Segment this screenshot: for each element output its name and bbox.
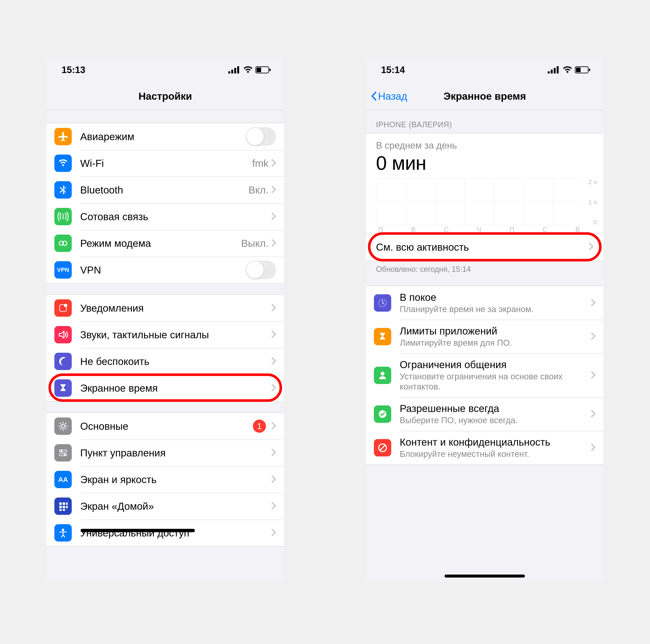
y-tick: 2 ч bbox=[582, 178, 597, 186]
chevron-right-icon bbox=[271, 185, 276, 195]
svg-point-15 bbox=[64, 454, 66, 455]
vpn-icon: VPN bbox=[55, 261, 72, 279]
average-value: 0 мин bbox=[376, 152, 593, 174]
cell-label: Основные bbox=[80, 420, 253, 432]
airplane-toggle[interactable] bbox=[246, 127, 276, 146]
config-sub: Блокируйте неуместный контент. bbox=[400, 449, 590, 459]
config-sub: Выберите ПО, нужное всегда. bbox=[400, 415, 590, 425]
chevron-right-icon bbox=[271, 421, 276, 431]
chevron-right-icon bbox=[271, 159, 276, 168]
row-wifi[interactable]: Wi-Fi fmk bbox=[47, 150, 284, 176]
svg-rect-17 bbox=[63, 502, 65, 505]
cell-label: Экран «Домой» bbox=[80, 501, 271, 512]
device-header: IPHONE (ВАЛЕРИЯ) bbox=[366, 110, 603, 133]
row-downtime[interactable]: В покое Планируйте время не за экраном. bbox=[366, 286, 603, 320]
nav-bar: Настройки bbox=[47, 82, 284, 110]
chevron-right-icon bbox=[271, 528, 276, 538]
settings-group-connectivity: Авиарежим Wi-Fi fmk Bluetooth Вкл. Сотов… bbox=[47, 123, 284, 284]
cell-label: Пункт управления bbox=[80, 447, 271, 459]
row-bluetooth[interactable]: Bluetooth Вкл. bbox=[47, 176, 284, 203]
status-time: 15:14 bbox=[381, 65, 405, 75]
row-notifications[interactable]: Уведомления bbox=[47, 295, 284, 321]
cell-label: Bluetooth bbox=[80, 184, 248, 196]
row-content-privacy[interactable]: Контент и конфиденциальность Блокируйте … bbox=[366, 431, 603, 465]
svg-rect-30 bbox=[576, 68, 581, 72]
vpn-toggle[interactable] bbox=[246, 261, 276, 279]
row-airplane[interactable]: Авиарежим bbox=[47, 123, 284, 150]
airplane-icon bbox=[55, 128, 72, 145]
day-label: В bbox=[411, 226, 416, 234]
see-all-activity-button[interactable]: См. всю активность bbox=[366, 234, 603, 260]
cell-label: Экран и яркость bbox=[80, 474, 271, 485]
row-always-allowed[interactable]: Разрешенные всегда Выберите ПО, нужное в… bbox=[366, 397, 603, 431]
config-title: Лимиты приложений bbox=[400, 325, 590, 337]
y-tick: 1 ч bbox=[582, 199, 597, 206]
notifications-icon bbox=[55, 299, 72, 317]
svg-rect-25 bbox=[548, 71, 550, 73]
cell-label: Экранное время bbox=[80, 382, 271, 394]
back-button[interactable]: Назад bbox=[370, 91, 407, 102]
average-label: В среднем за день bbox=[376, 140, 593, 151]
chevron-right-icon bbox=[590, 371, 595, 380]
control-center-icon bbox=[55, 444, 72, 462]
row-hotspot[interactable]: Режим модема Выкл. bbox=[47, 230, 284, 257]
chevron-right-icon bbox=[590, 332, 595, 341]
chart-y-axis: 2 ч 1 ч 0 bbox=[582, 178, 597, 234]
row-screentime[interactable]: Экранное время bbox=[47, 375, 284, 401]
nav-title: Настройки bbox=[138, 91, 192, 102]
svg-rect-18 bbox=[66, 502, 68, 505]
sounds-icon bbox=[55, 326, 72, 343]
svg-rect-12 bbox=[59, 450, 67, 452]
screentime-config-group: В покое Планируйте время не за экраном. … bbox=[366, 285, 603, 465]
day-label: С bbox=[543, 226, 547, 234]
status-time: 15:13 bbox=[62, 65, 85, 75]
status-indicators bbox=[548, 66, 590, 74]
status-bar: 15:14 bbox=[366, 57, 603, 82]
config-title: В покое bbox=[400, 292, 590, 303]
svg-rect-26 bbox=[551, 70, 553, 73]
config-title: Контент и конфиденциальность bbox=[400, 436, 590, 448]
activity-label: См. всю активность bbox=[376, 241, 588, 253]
chevron-right-icon bbox=[271, 475, 276, 484]
home-indicator-overlap bbox=[81, 529, 195, 532]
cell-label: Сотовая связь bbox=[80, 211, 271, 223]
settings-group-notifications: Уведомления Звуки, тактильные сигналы Не… bbox=[47, 294, 284, 402]
settings-screen: 15:13 Настройки Авиарежим Wi-Fi fmk Blue… bbox=[47, 57, 284, 582]
svg-rect-27 bbox=[554, 68, 556, 73]
cell-label: Звуки, тактильные сигналы bbox=[80, 329, 271, 341]
svg-point-24 bbox=[62, 529, 64, 531]
row-vpn[interactable]: VPN VPN bbox=[47, 257, 284, 283]
chevron-right-icon bbox=[271, 330, 276, 339]
row-app-limits[interactable]: Лимиты приложений Лимитируйте время для … bbox=[366, 320, 603, 353]
svg-rect-31 bbox=[589, 69, 590, 71]
wifi-tile-icon bbox=[55, 155, 72, 172]
hotspot-icon bbox=[55, 235, 72, 252]
row-display[interactable]: AA Экран и яркость bbox=[47, 466, 284, 493]
svg-rect-14 bbox=[59, 454, 67, 456]
row-dnd[interactable]: Не беспокоить bbox=[47, 348, 284, 375]
average-section: В среднем за день 0 мин bbox=[366, 133, 603, 176]
gear-icon bbox=[55, 417, 72, 435]
accessibility-icon bbox=[55, 524, 72, 542]
row-cellular[interactable]: Сотовая связь bbox=[47, 203, 284, 230]
config-title: Разрешенные всегда bbox=[400, 403, 590, 414]
chevron-right-icon bbox=[590, 298, 595, 308]
row-accessibility[interactable]: Универсальный доступ bbox=[47, 519, 284, 546]
day-label: С bbox=[444, 226, 448, 234]
day-label: Ч bbox=[477, 226, 481, 234]
row-control-center[interactable]: Пункт управления bbox=[47, 440, 284, 466]
row-general[interactable]: Основные 1 bbox=[47, 413, 284, 440]
row-sounds[interactable]: Звуки, тактильные сигналы bbox=[47, 321, 284, 348]
chart-grid: П В С Ч П С В bbox=[376, 178, 582, 234]
no-sign-icon bbox=[374, 439, 391, 456]
row-communication-limits[interactable]: Ограничения общения Установите ограничен… bbox=[366, 353, 603, 397]
row-home-screen[interactable]: Экран «Домой» bbox=[47, 493, 284, 519]
home-indicator[interactable] bbox=[444, 575, 525, 578]
day-label: П bbox=[509, 226, 514, 234]
cell-label: VPN bbox=[80, 264, 246, 276]
nav-title: Экранное время bbox=[443, 91, 526, 102]
hourglass-icon bbox=[55, 379, 72, 397]
person-icon bbox=[374, 367, 391, 384]
battery-icon bbox=[255, 66, 271, 74]
svg-rect-19 bbox=[59, 506, 62, 508]
